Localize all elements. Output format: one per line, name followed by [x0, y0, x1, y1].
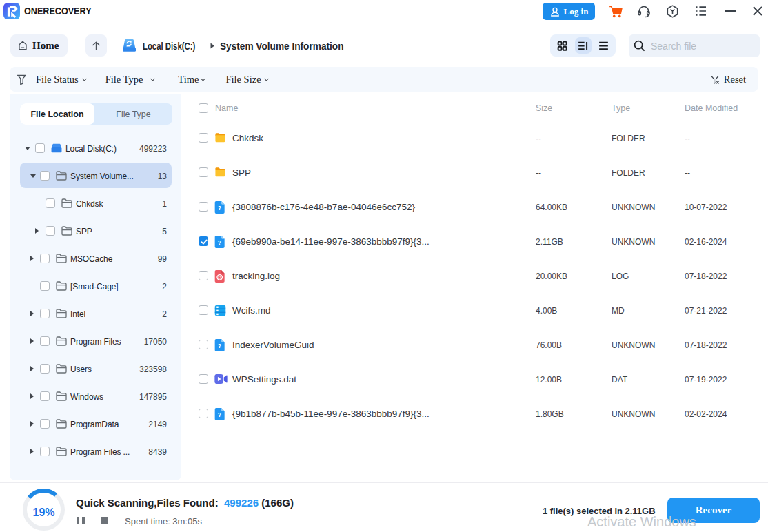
- svg-text:?: ?: [218, 205, 221, 212]
- svg-text:?: ?: [218, 411, 221, 418]
- svg-text:?: ?: [218, 342, 221, 349]
- svg-text:?: ?: [218, 239, 221, 246]
